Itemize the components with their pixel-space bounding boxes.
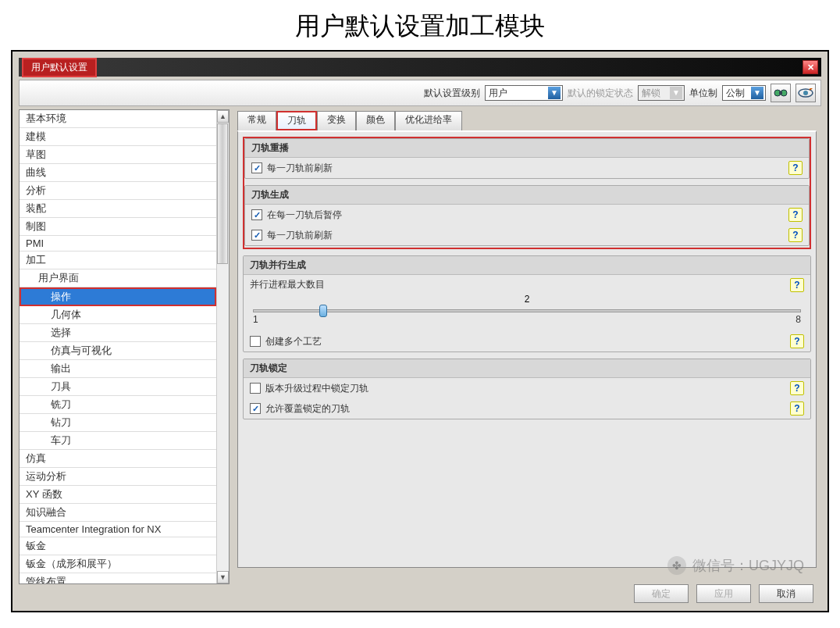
sidebar-item[interactable]: 分析 xyxy=(20,182,216,200)
sidebar-item[interactable]: XY 函数 xyxy=(20,486,216,504)
sidebar-item[interactable]: 操作 xyxy=(20,287,216,306)
sidebar-item[interactable]: PMI xyxy=(20,236,216,252)
sidebar-item[interactable]: 刀具 xyxy=(20,378,216,396)
sidebar-item[interactable]: 建模 xyxy=(20,128,216,146)
watermark: ✤ 微信号：UGJYJQ xyxy=(667,556,804,575)
group-parallel-title: 刀轨并行生成 xyxy=(244,256,810,275)
ok-button[interactable]: 确定 xyxy=(634,584,689,603)
sidebar-item[interactable]: 草图 xyxy=(20,146,216,164)
pause-after-gen-label: 在每一刀轨后暂停 xyxy=(267,209,342,222)
parallel-max-label: 并行进程最大数目 xyxy=(250,278,325,292)
sidebar-item[interactable]: 管线布置 xyxy=(20,573,216,583)
tab[interactable]: 优化进给率 xyxy=(395,111,462,130)
chevron-down-icon: ▼ xyxy=(548,87,561,99)
help-icon[interactable]: ? xyxy=(788,228,803,242)
group-lock: 刀轨锁定 版本升级过程中锁定刀轨 ? 允许覆盖锁定的刀轨 ? xyxy=(243,359,811,419)
parallel-slider[interactable] xyxy=(253,309,801,312)
allow-override-locked-checkbox[interactable] xyxy=(250,403,261,414)
group-replay-title: 刀轨重播 xyxy=(245,139,809,158)
sidebar-item[interactable]: 加工 xyxy=(20,252,216,269)
lock-state-label: 默认的锁定状态 xyxy=(568,87,633,100)
chevron-down-icon: ▼ xyxy=(670,87,682,99)
titlebar: 用户默认设置 ✕ xyxy=(19,58,821,77)
group-lock-title: 刀轨锁定 xyxy=(244,359,810,378)
sidebar-list[interactable]: 基本环境建模草图曲线分析装配制图PMI加工用户界面操作几何体选择仿真与可视化输出… xyxy=(20,110,216,583)
sidebar-item[interactable]: 输出 xyxy=(20,360,216,378)
scroll-thumb[interactable] xyxy=(217,123,228,264)
slider-thumb[interactable] xyxy=(319,305,327,317)
sidebar-item[interactable]: 仿真与可视化 xyxy=(20,342,216,360)
sidebar-item[interactable]: 车刀 xyxy=(20,432,216,450)
tab[interactable]: 刀轨 xyxy=(276,111,317,130)
watermark-text: 微信号：UGJYJQ xyxy=(692,556,804,575)
refresh-before-gen-checkbox[interactable] xyxy=(251,230,262,241)
tab-bar: 常规刀轨变换颜色优化进给率 xyxy=(237,111,817,130)
unit-value: 公制 xyxy=(726,87,745,100)
sidebar-scrollbar[interactable]: ▲ ▼ xyxy=(216,110,229,583)
pause-after-gen-checkbox[interactable] xyxy=(251,209,262,220)
svg-rect-2 xyxy=(779,91,782,95)
lock-state-dropdown: 解锁 ▼ xyxy=(638,85,685,101)
refresh-before-replay-checkbox[interactable] xyxy=(251,162,262,173)
highlighted-section: 刀轨重播 每一刀轨前刷新 ? 刀轨生成 在每一刀轨后暂停 ? xyxy=(243,137,811,249)
help-icon[interactable]: ? xyxy=(790,401,804,416)
sidebar-item[interactable]: 知识融合 xyxy=(20,504,216,522)
level-label: 默认设置级别 xyxy=(424,87,480,100)
unit-label: 单位制 xyxy=(689,87,717,100)
group-replay: 刀轨重播 每一刀轨前刷新 ? xyxy=(244,138,810,179)
lock-during-upgrade-checkbox[interactable] xyxy=(250,383,261,394)
create-multi-process-label: 创建多个工艺 xyxy=(265,335,322,348)
help-icon[interactable]: ? xyxy=(790,278,804,292)
sidebar-item[interactable]: 仿真 xyxy=(20,450,216,468)
sidebar-item[interactable]: 钣金 xyxy=(20,537,216,555)
wechat-icon: ✤ xyxy=(667,556,686,575)
group-generate: 刀轨生成 在每一刀轨后暂停 ? 每一刀轨前刷新 ? xyxy=(244,185,810,246)
tab[interactable]: 常规 xyxy=(237,111,276,130)
svg-point-4 xyxy=(803,91,808,95)
tab[interactable]: 变换 xyxy=(317,111,356,130)
close-button[interactable]: ✕ xyxy=(803,60,818,74)
slider-min: 1 xyxy=(253,314,258,325)
create-multi-process-checkbox[interactable] xyxy=(250,336,261,347)
scroll-up-button[interactable]: ▲ xyxy=(217,110,229,123)
sidebar-item[interactable]: 钣金（成形和展平） xyxy=(20,555,216,573)
help-icon[interactable]: ? xyxy=(788,161,803,175)
page-title: 用户默认设置加工模块 xyxy=(0,0,840,50)
scroll-down-button[interactable]: ▼ xyxy=(217,571,229,583)
sidebar-item[interactable]: 选择 xyxy=(20,324,216,342)
sidebar-item[interactable]: 用户界面 xyxy=(20,269,216,287)
lock-during-upgrade-label: 版本升级过程中锁定刀轨 xyxy=(265,382,368,395)
tab[interactable]: 颜色 xyxy=(356,111,395,130)
help-icon[interactable]: ? xyxy=(790,381,804,395)
allow-override-locked-label: 允许覆盖锁定的刀轨 xyxy=(265,402,350,416)
help-icon[interactable]: ? xyxy=(790,334,804,348)
parallel-value: 2 xyxy=(250,294,804,305)
sidebar-item[interactable]: 曲线 xyxy=(20,164,216,182)
lock-state-value: 解锁 xyxy=(642,87,660,100)
apply-button[interactable]: 应用 xyxy=(696,584,751,603)
dialog-frame: 用户默认设置 ✕ 默认设置级别 用户 ▼ 默认的锁定状态 解锁 ▼ 单位制 公制… xyxy=(11,50,829,612)
help-icon[interactable]: ? xyxy=(788,208,803,222)
sidebar-item[interactable]: 装配 xyxy=(20,200,216,218)
sidebar-item[interactable]: Teamcenter Integration for NX xyxy=(20,522,216,537)
unit-dropdown[interactable]: 公制 ▼ xyxy=(722,85,766,101)
level-dropdown[interactable]: 用户 ▼ xyxy=(485,85,563,101)
eye-icon[interactable] xyxy=(796,84,816,102)
sidebar: 基本环境建模草图曲线分析装配制图PMI加工用户界面操作几何体选择仿真与可视化输出… xyxy=(19,109,230,584)
chevron-down-icon: ▼ xyxy=(751,87,763,99)
sidebar-item[interactable]: 制图 xyxy=(20,218,216,236)
group-generate-title: 刀轨生成 xyxy=(245,186,809,205)
toolbar: 默认设置级别 用户 ▼ 默认的锁定状态 解锁 ▼ 单位制 公制 ▼ xyxy=(19,80,821,106)
dialog-title: 用户默认设置 xyxy=(22,58,97,77)
refresh-before-replay-label: 每一刀轨前刷新 xyxy=(267,162,333,175)
sidebar-item[interactable]: 几何体 xyxy=(20,306,216,324)
sidebar-item[interactable]: 钻刀 xyxy=(20,414,216,432)
binoculars-icon[interactable] xyxy=(771,84,791,102)
sidebar-item[interactable]: 运动分析 xyxy=(20,468,216,486)
sidebar-item[interactable]: 铣刀 xyxy=(20,396,216,414)
sidebar-item[interactable]: 基本环境 xyxy=(20,110,216,128)
content-area: 常规刀轨变换颜色优化进给率 刀轨重播 每一刀轨前刷新 ? 刀轨生成 xyxy=(233,109,821,584)
slider-max: 8 xyxy=(796,314,801,325)
level-value: 用户 xyxy=(489,87,507,100)
cancel-button[interactable]: 取消 xyxy=(759,584,813,603)
